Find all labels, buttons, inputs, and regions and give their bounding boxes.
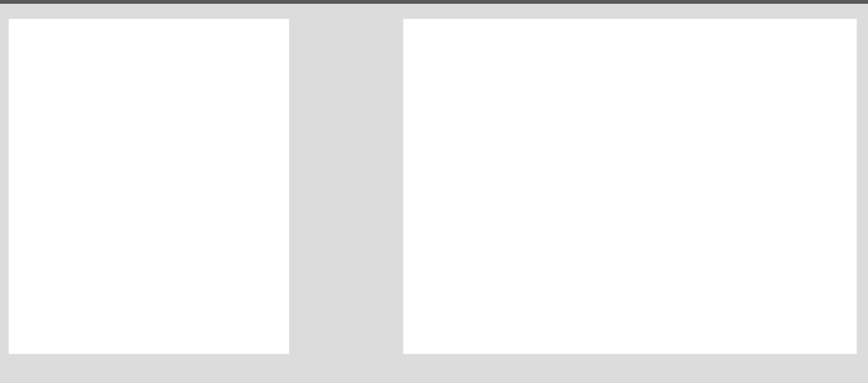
chart-title-right: [403, 19, 857, 29]
panel-right: [403, 19, 857, 354]
chart-right: [403, 29, 857, 354]
page-title: [0, 4, 868, 19]
panel-left: [9, 19, 289, 354]
chart-title-left: [9, 19, 289, 29]
chart-left: [9, 29, 289, 335]
